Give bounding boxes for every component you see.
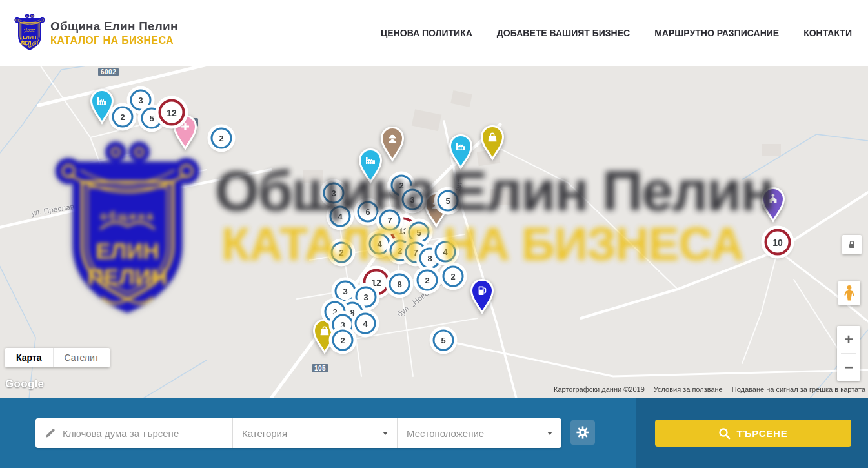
search-submit-label: ТЪРСЕНЕ	[736, 428, 787, 439]
map-pin-bag[interactable]	[478, 123, 507, 163]
map-cluster[interactable]: 2	[211, 128, 232, 149]
nav-item[interactable]: КОНТАКТИ	[803, 28, 852, 38]
pegman-icon	[843, 285, 856, 301]
lock-icon	[846, 239, 858, 250]
search-submit-button[interactable]: ТЪРСЕНЕ	[655, 420, 851, 447]
map-pin-factory[interactable]	[356, 147, 385, 187]
satellite-view-button[interactable]: Сателит	[53, 348, 110, 367]
map-cluster[interactable]: 7	[379, 210, 401, 231]
main-nav: ЦЕНОВА ПОЛИТИКАДОБАВЕТЕ ВАШИЯТ БИЗНЕСМАР…	[356, 28, 868, 38]
brand-title: Община Елин Пелин	[50, 19, 178, 34]
page: Община Елин Пелин КАТАЛОГ НА БИЗНЕСА ЦЕН…	[0, 0, 868, 468]
map-cluster[interactable]: 5	[409, 222, 430, 243]
brand-logo[interactable]: Община Елин Пелин КАТАЛОГ НА БИЗНЕСА	[14, 13, 178, 53]
location-select-value: Местоположение	[407, 428, 547, 439]
search-form: Категория Местоположение	[35, 418, 561, 448]
attribution-copyright: Картографски данни ©2019	[554, 385, 645, 393]
report-error-link[interactable]: Подаване на сигнал за грешка в картата	[732, 385, 865, 393]
brand-text: Община Елин Пелин КАТАЛОГ НА БИЗНЕСА	[50, 19, 178, 46]
pencil-icon	[45, 427, 56, 439]
map-cluster[interactable]: 2	[332, 330, 354, 351]
map-cluster[interactable]: 4	[355, 313, 376, 334]
map-attribution: Картографски данни ©2019 Условия за полз…	[554, 385, 865, 393]
nav-item[interactable]: ДОБАВЕТЕ ВАШИЯТ БИЗНЕС	[497, 28, 630, 38]
map-cluster[interactable]: 3	[323, 183, 345, 204]
map-type-toggle: Карта Сателит	[5, 348, 110, 367]
search-icon	[718, 427, 731, 440]
map-view-button[interactable]: Карта	[5, 348, 53, 367]
chevron-down-icon	[547, 432, 552, 435]
map-cluster[interactable]: 4	[435, 241, 456, 263]
zoom-in-button[interactable]: +	[837, 326, 860, 353]
terms-link[interactable]: Условия за ползване	[654, 385, 723, 393]
map-viewport[interactable]: ул. Преславбул. „Новоселци“ци“ 6002105 3…	[0, 66, 868, 398]
advanced-search-button[interactable]	[570, 420, 595, 445]
zoom-out-button[interactable]: −	[837, 354, 860, 381]
search-bar-right-panel: ТЪРСЕНЕ	[636, 398, 868, 468]
gear-icon	[576, 426, 589, 439]
map-cluster[interactable]: 10	[765, 229, 791, 256]
map-cluster[interactable]: 5	[438, 190, 459, 212]
map-pin-fuel[interactable]	[467, 277, 497, 317]
zoom-control: + −	[837, 326, 860, 381]
map-cluster[interactable]: 4	[330, 206, 351, 227]
map-pin-factory[interactable]	[446, 132, 476, 172]
map-cluster[interactable]: 4	[369, 234, 390, 255]
category-select-value: Категория	[242, 428, 383, 439]
brand-subtitle: КАТАЛОГ НА БИЗНЕСА	[50, 35, 178, 46]
category-select[interactable]: Категория	[232, 418, 397, 448]
map-cluster[interactable]: 3	[402, 189, 423, 210]
streetview-lock-button[interactable]	[842, 235, 862, 254]
road-badge: 105	[312, 364, 328, 372]
header: Община Елин Пелин КАТАЛОГ НА БИЗНЕСА ЦЕН…	[0, 0, 868, 66]
map-cluster[interactable]: 2	[443, 266, 464, 287]
chevron-down-icon	[383, 432, 388, 435]
municipality-crest-icon	[14, 13, 45, 53]
keyword-field[interactable]	[35, 418, 232, 448]
keyword-input[interactable]	[63, 428, 225, 439]
location-select[interactable]: Местоположение	[397, 418, 561, 448]
search-bar: Категория Местоположение	[0, 398, 868, 468]
map-cluster[interactable]: 8	[389, 274, 410, 295]
map-cluster[interactable]: 2	[331, 242, 352, 263]
map-cluster[interactable]: 3	[335, 281, 356, 302]
pegman-button[interactable]	[838, 281, 860, 305]
nav-item[interactable]: ЦЕНОВА ПОЛИТИКА	[381, 28, 472, 38]
road-badge: 6002	[98, 68, 119, 76]
map-cluster[interactable]: 2	[417, 270, 438, 291]
map-cluster[interactable]: 5	[433, 330, 454, 351]
map-cluster[interactable]: 2	[112, 107, 134, 128]
search-bar-left-panel: Категория Местоположение	[0, 398, 636, 468]
google-logo[interactable]: Google	[5, 378, 44, 391]
nav-item[interactable]: МАРШРУТНО РАЗПИСАНИЕ	[654, 28, 779, 38]
map-pin-church[interactable]	[758, 185, 788, 225]
map-cluster[interactable]: 6	[358, 201, 379, 223]
map-cluster[interactable]: 12	[159, 99, 185, 126]
